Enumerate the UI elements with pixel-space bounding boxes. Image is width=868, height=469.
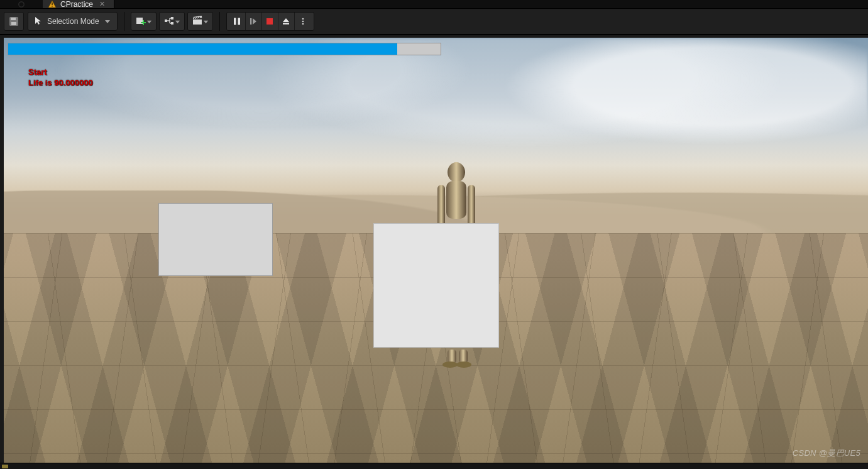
svg-marker-24 bbox=[253, 18, 256, 25]
blueprint-dropdown-button[interactable] bbox=[159, 12, 185, 31]
clapper-icon bbox=[192, 15, 203, 28]
hud-life-label: Life is 90.000000 bbox=[28, 77, 93, 88]
svg-marker-20 bbox=[204, 20, 208, 23]
status-indicator bbox=[2, 465, 8, 468]
svg-point-29 bbox=[302, 21, 304, 23]
chevron-down-icon bbox=[104, 18, 111, 25]
nodes-icon bbox=[163, 15, 175, 28]
level-viewport[interactable]: Start Life is 90.000000 CSDN @曼巴UE5 bbox=[4, 38, 868, 463]
svg-rect-5 bbox=[11, 18, 16, 20]
svg-rect-3 bbox=[52, 6, 52, 7]
svg-rect-34 bbox=[468, 185, 475, 229]
tab-bar: CPractice ✕ bbox=[0, 0, 868, 9]
play-options-button[interactable] bbox=[295, 13, 311, 30]
svg-rect-14 bbox=[165, 19, 167, 22]
floating-panel-small[interactable] bbox=[158, 203, 273, 276]
svg-point-37 bbox=[442, 361, 458, 368]
watermark: CSDN @曼巴UE5 bbox=[793, 448, 860, 459]
main-toolbar: Selection Mode bbox=[0, 9, 868, 35]
eject-button[interactable] bbox=[278, 13, 295, 30]
svg-marker-7 bbox=[35, 17, 41, 25]
eject-icon bbox=[282, 17, 290, 26]
hud-progress-track bbox=[8, 43, 441, 55]
floating-panel-large[interactable] bbox=[373, 223, 499, 348]
tab-label: CPractice bbox=[60, 0, 93, 9]
pause-icon bbox=[233, 17, 241, 26]
status-bar bbox=[0, 463, 868, 469]
cinematics-dropdown-button[interactable] bbox=[187, 12, 213, 31]
svg-marker-13 bbox=[147, 20, 151, 23]
hud-start-label: Start bbox=[28, 67, 93, 77]
svg-rect-21 bbox=[234, 18, 236, 25]
svg-rect-15 bbox=[171, 17, 173, 19]
frame-advance-button[interactable] bbox=[246, 13, 262, 30]
svg-marker-26 bbox=[283, 18, 289, 22]
tab-cpractice[interactable]: CPractice ✕ bbox=[43, 0, 114, 8]
toolbar-separator bbox=[124, 12, 124, 31]
play-controls bbox=[226, 12, 314, 31]
warning-icon bbox=[48, 0, 57, 9]
svg-rect-36 bbox=[459, 350, 468, 363]
svg-rect-22 bbox=[238, 18, 241, 25]
save-icon bbox=[8, 16, 19, 27]
svg-rect-35 bbox=[448, 350, 456, 363]
svg-rect-32 bbox=[446, 181, 466, 219]
viewport-container: Start Life is 90.000000 CSDN @曼巴UE5 bbox=[0, 35, 868, 463]
kebab-icon bbox=[300, 17, 306, 26]
svg-point-30 bbox=[302, 23, 304, 25]
chevron-down-icon bbox=[203, 19, 209, 25]
chevron-down-icon bbox=[146, 19, 152, 25]
add-box-icon bbox=[135, 15, 146, 28]
add-content-button[interactable] bbox=[131, 12, 157, 31]
svg-rect-12 bbox=[141, 22, 146, 23]
save-button[interactable] bbox=[4, 12, 24, 31]
svg-rect-2 bbox=[52, 3, 52, 5]
chevron-down-icon bbox=[175, 19, 180, 25]
svg-rect-25 bbox=[266, 18, 273, 25]
svg-rect-16 bbox=[171, 22, 173, 25]
svg-point-0 bbox=[19, 1, 24, 6]
add-content-group bbox=[131, 12, 213, 31]
svg-point-31 bbox=[448, 162, 465, 182]
svg-marker-17 bbox=[175, 20, 180, 23]
stop-button[interactable] bbox=[262, 13, 278, 30]
svg-point-38 bbox=[456, 361, 471, 368]
selection-mode-label: Selection Mode bbox=[47, 17, 99, 26]
svg-rect-23 bbox=[250, 18, 251, 25]
close-icon[interactable]: ✕ bbox=[99, 0, 105, 8]
frame-advance-icon bbox=[249, 17, 258, 26]
hud-debug-text: Start Life is 90.000000 bbox=[28, 67, 93, 88]
svg-rect-6 bbox=[11, 22, 16, 25]
pause-button[interactable] bbox=[229, 13, 246, 30]
svg-marker-8 bbox=[105, 20, 110, 23]
svg-point-28 bbox=[302, 18, 304, 20]
toolbar-separator bbox=[219, 12, 220, 31]
svg-rect-18 bbox=[193, 19, 202, 25]
svg-rect-33 bbox=[437, 185, 445, 229]
hud-progress-fill bbox=[8, 43, 397, 55]
selection-mode-dropdown[interactable]: Selection Mode bbox=[28, 12, 118, 31]
stop-icon bbox=[265, 17, 274, 26]
svg-rect-27 bbox=[283, 23, 289, 25]
app-menu-icon[interactable] bbox=[0, 0, 43, 8]
cursor-icon bbox=[33, 16, 43, 28]
